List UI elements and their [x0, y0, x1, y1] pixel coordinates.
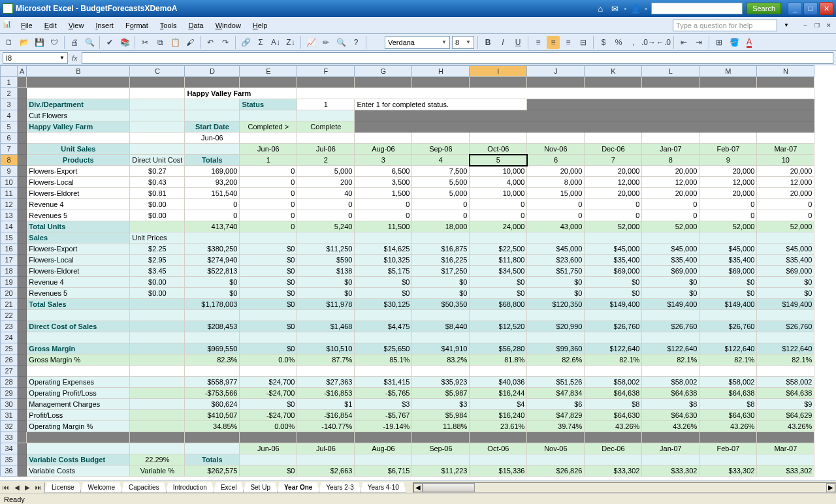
sort-desc-icon[interactable]: Z↓ [284, 36, 297, 49]
mail-icon[interactable]: ✉ [609, 3, 620, 14]
bold-button[interactable]: B [481, 36, 494, 49]
search-button[interactable]: Search [747, 3, 781, 14]
tab-welcome[interactable]: Welcome [80, 482, 122, 493]
inc-decimal-icon[interactable]: .0→ [642, 36, 655, 49]
underline-button[interactable]: U [511, 36, 524, 49]
borders-icon[interactable]: ⊞ [713, 36, 726, 49]
fill-color-icon[interactable]: 🪣 [728, 36, 741, 49]
redo-icon[interactable]: ↷ [219, 36, 232, 49]
research-icon[interactable]: 📚 [118, 36, 131, 49]
sort-asc-icon[interactable]: A↓ [269, 36, 282, 49]
spell-icon[interactable]: ✔ [103, 36, 116, 49]
print-icon[interactable]: 🖨 [68, 36, 81, 49]
permission-icon[interactable]: 🛡 [48, 36, 61, 49]
drawing-icon[interactable]: ✏ [319, 36, 332, 49]
sheet-tabs: ⏮ ◀ ▶ ⏭ LicenseWelcomeCapacitiesIntroduc… [0, 480, 836, 494]
percent-icon[interactable]: % [612, 36, 625, 49]
toolbar: 🗋 📂 💾 🛡 🖨 🔍 ✔ 📚 ✂ ⧉ 📋 🖌 ↶ ↷ 🔗 Σ A↓ Z↓ 📈 … [0, 34, 836, 51]
doc-minimize-button[interactable]: – [801, 21, 810, 30]
hscroll-left-icon[interactable]: ◀ [413, 483, 423, 492]
save-icon[interactable]: 💾 [33, 36, 46, 49]
menu-format[interactable]: Format [120, 20, 153, 31]
home-icon[interactable]: ⌂ [595, 3, 605, 14]
app-icon[interactable]: 📊 [3, 20, 14, 31]
italic-button[interactable]: I [496, 36, 509, 49]
tab-excel[interactable]: Excel [214, 482, 244, 493]
dec-decimal-icon[interactable]: ←.0 [657, 36, 670, 49]
menu-view[interactable]: View [63, 20, 89, 31]
tab-years-4-10[interactable]: Years 4-10 [361, 482, 406, 493]
menu-edit[interactable]: Edit [39, 20, 62, 31]
formula-bar: I8▼ fx [0, 51, 836, 65]
tab-next-icon[interactable]: ▶ [22, 483, 33, 492]
tab-capacities[interactable]: Capacities [121, 482, 167, 493]
minimize-button[interactable]: _ [788, 2, 802, 15]
person-icon[interactable]: 👤 [630, 3, 641, 14]
close-button[interactable]: ✕ [819, 2, 833, 15]
dec-indent-icon[interactable]: ⇤ [677, 36, 690, 49]
font-selector[interactable]: Verdana▼ [385, 36, 450, 49]
align-left-icon[interactable]: ≡ [532, 36, 545, 49]
tab-years-2-3[interactable]: Years 2-3 [319, 482, 361, 493]
tab-prev-icon[interactable]: ◀ [12, 483, 22, 492]
excel-icon [3, 3, 13, 14]
align-right-icon[interactable]: ≡ [562, 36, 575, 49]
menu-insert[interactable]: Insert [90, 20, 119, 31]
copy-icon[interactable]: ⧉ [153, 36, 167, 49]
help-icon[interactable]: ? [349, 36, 362, 49]
doc-restore-button[interactable]: ❐ [812, 21, 822, 30]
new-icon[interactable]: 🗋 [3, 36, 16, 49]
autosum-icon[interactable]: Σ [254, 36, 267, 49]
hyperlink-icon[interactable]: 🔗 [239, 36, 252, 49]
status-text: Ready [4, 496, 25, 503]
titlebar-search: ⌂ ✉ • 👤 • Search [595, 3, 781, 14]
titlebar-search-input[interactable] [651, 3, 743, 14]
menu-file[interactable]: File [16, 20, 38, 31]
chart-icon[interactable]: 📈 [304, 36, 317, 49]
tab-first-icon[interactable]: ⏮ [0, 483, 12, 492]
name-box[interactable]: I8▼ [3, 52, 68, 64]
undo-icon[interactable]: ↶ [204, 36, 217, 49]
window-title: Microsoft Excel - BudgetForecastsXDemoA [16, 4, 595, 13]
paste-icon[interactable]: 📋 [169, 36, 182, 49]
sheet-area[interactable]: ABCDEFGHIJKLMN 12Happy Valley Farm3Div./… [0, 65, 836, 480]
font-color-icon[interactable]: A [743, 36, 756, 49]
comma-icon[interactable]: , [627, 36, 640, 49]
align-center-icon[interactable]: ≡ [547, 36, 560, 49]
spreadsheet-grid[interactable]: ABCDEFGHIJKLMN 12Happy Valley Farm3Div./… [0, 65, 814, 477]
inc-indent-icon[interactable]: ⇥ [692, 36, 705, 49]
preview-icon[interactable]: 🔍 [83, 36, 96, 49]
fx-icon[interactable]: fx [72, 54, 78, 62]
hscroll-thumb[interactable] [423, 483, 475, 492]
merge-icon[interactable]: ⊟ [577, 36, 590, 49]
menu-window[interactable]: Window [210, 20, 246, 31]
help-dropdown-icon[interactable]: ▼ [779, 21, 794, 29]
doc-close-button[interactable]: ✕ [824, 21, 833, 30]
zoom-icon[interactable]: 🔍 [334, 36, 347, 49]
formula-input[interactable] [82, 52, 833, 64]
fontsize-selector[interactable]: 8▼ [452, 36, 474, 49]
titlebar: Microsoft Excel - BudgetForecastsXDemoA … [0, 0, 836, 17]
tab-introduction[interactable]: Introduction [166, 482, 214, 493]
tab-license[interactable]: License [44, 482, 81, 493]
format-painter-icon[interactable]: 🖌 [184, 36, 197, 49]
maximize-button[interactable]: □ [803, 2, 818, 15]
cut-icon[interactable]: ✂ [138, 36, 152, 49]
select-all-corner[interactable] [1, 66, 18, 77]
tab-set-up[interactable]: Set Up [243, 482, 278, 493]
status-bar: Ready [0, 494, 836, 504]
tab-year-one[interactable]: Year One [277, 482, 319, 493]
open-icon[interactable]: 📂 [18, 36, 31, 49]
menu-data[interactable]: Data [183, 20, 208, 31]
menu-tools[interactable]: Tools [155, 20, 182, 31]
menubar: 📊 File Edit View Insert Format Tools Dat… [0, 17, 836, 34]
currency-icon[interactable]: $ [597, 36, 610, 49]
hscrollbar[interactable]: ◀ ▶ [413, 482, 836, 493]
help-search-input[interactable] [673, 20, 777, 31]
col-headers[interactable]: ABCDEFGHIJKLMN [1, 66, 814, 77]
hscroll-right-icon[interactable]: ▶ [826, 483, 835, 492]
tab-last-icon[interactable]: ⏭ [33, 483, 44, 492]
help-search [673, 20, 777, 31]
menu-help[interactable]: Help [248, 20, 273, 31]
